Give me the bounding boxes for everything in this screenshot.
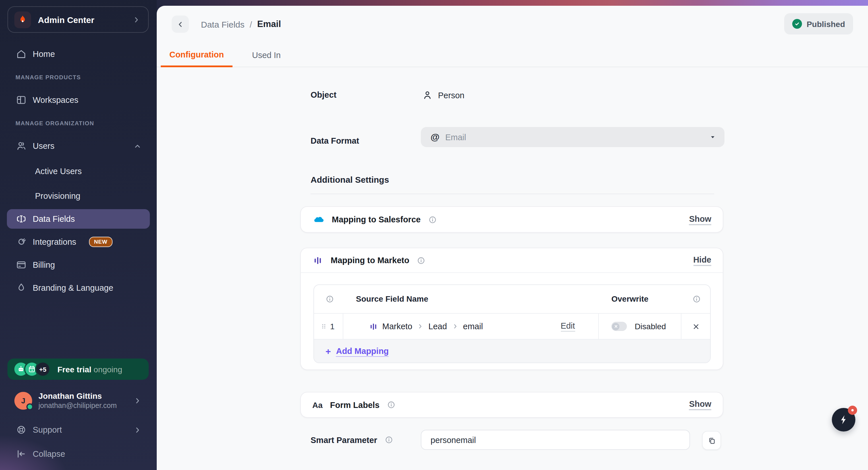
sidebar-item-label: Home [33, 50, 55, 59]
lifebuoy-icon [16, 424, 27, 436]
form-labels-panel: Aa Form Labels Show [300, 392, 723, 418]
status-badge: Published [784, 13, 853, 34]
marketo-icon [369, 321, 378, 331]
chevron-down-icon [709, 133, 716, 141]
free-trial-banner[interactable]: +5 Free trial ongoing [7, 358, 149, 380]
sidebar-item-branding-language[interactable]: Branding & Language [7, 277, 150, 298]
tab-configuration[interactable]: Configuration [161, 44, 232, 67]
sidebar-item-support[interactable]: Support [7, 419, 150, 440]
content-card: Data Fields / Email Published Configurat… [157, 6, 868, 470]
form-labels-title: Form Labels [330, 400, 379, 409]
smart-parameter-input[interactable] [421, 430, 690, 450]
path-field: email [463, 322, 483, 331]
breadcrumb-parent[interactable]: Data Fields [201, 19, 245, 29]
sidebar-item-label: Data Fields [33, 214, 75, 224]
sidebar-item-label: Support [33, 425, 62, 434]
copy-icon [707, 436, 716, 445]
smart-parameter-row: Smart Parameter [311, 435, 394, 445]
tab-bar: Configuration Used In [157, 44, 868, 67]
back-button[interactable] [172, 16, 189, 33]
mapping-table: Source Field Name Overwrite 1 Market [313, 285, 711, 363]
smart-parameter-label: Smart Parameter [311, 435, 377, 444]
info-icon[interactable] [325, 294, 335, 304]
salesforce-mapping-title: Mapping to Salesforce [332, 215, 421, 224]
info-icon[interactable] [386, 400, 396, 410]
workspaces-icon [16, 94, 27, 106]
chevron-up-icon [133, 142, 142, 150]
plus-icon: + [326, 347, 331, 357]
source-field-column-header: Source Field Name [356, 294, 428, 303]
notification-dot [851, 409, 854, 411]
new-badge: NEW [89, 237, 113, 247]
sidebar-collapse-button[interactable]: Collapse [7, 444, 150, 464]
sidebar-item-label: Integrations [33, 237, 76, 246]
sidebar-item-label: Provisioning [35, 191, 81, 201]
additional-settings-title: Additional Settings [311, 175, 389, 184]
chevron-right-icon [133, 425, 142, 434]
trial-status-text: Free trial ongoing [57, 364, 122, 374]
chevron-right-icon [133, 396, 142, 405]
user-account[interactable]: J Jonathan Gittins jonathan@chilipiper.c… [7, 388, 150, 413]
info-icon[interactable] [416, 255, 426, 265]
sidebar-item-label: Workspaces [33, 95, 79, 105]
page-title: Email [257, 19, 281, 29]
sidebar: Admin Center Home MANAGE PRODUCTS Worksp… [0, 0, 157, 470]
workspace-switcher[interactable]: Admin Center [7, 6, 149, 33]
home-icon [16, 48, 27, 60]
object-value: Person [422, 90, 464, 100]
marketo-hide-link[interactable]: Hide [693, 255, 711, 266]
data-format-select[interactable]: @ Email [421, 127, 724, 147]
collapse-icon [16, 448, 27, 460]
sidebar-item-label: Branding & Language [33, 283, 113, 292]
toggle-knob-x-icon [612, 323, 619, 330]
sidebar-item-integrations[interactable]: Integrations NEW [7, 232, 150, 252]
form-labels-aa-icon: Aa [312, 400, 322, 409]
sidebar-item-billing[interactable]: Billing [7, 255, 150, 275]
sidebar-item-data-fields[interactable]: Data Fields [7, 209, 150, 229]
app: Admin Center Home MANAGE PRODUCTS Worksp… [0, 0, 868, 470]
copy-button[interactable] [702, 431, 721, 450]
mapping-table-header: Source Field Name Overwrite [314, 285, 710, 314]
mapping-table-row: 1 Marketo Lead email Edit [314, 314, 710, 340]
add-mapping-button[interactable]: Add Mapping [336, 347, 389, 357]
tab-used-in[interactable]: Used In [250, 44, 283, 67]
salesforce-cloud-icon [312, 213, 324, 226]
sidebar-item-label: Active Users [35, 167, 82, 176]
mapping-table-footer: + Add Mapping [314, 340, 710, 363]
info-icon[interactable] [692, 294, 702, 304]
person-icon [422, 90, 433, 100]
overwrite-toggle[interactable] [611, 322, 627, 331]
users-icon [16, 140, 27, 152]
sidebar-item-provisioning[interactable]: Provisioning [7, 185, 150, 206]
object-value-text: Person [438, 90, 464, 100]
trial-title: Free trial [57, 364, 91, 374]
chevron-right-icon [132, 15, 141, 24]
chevron-right-icon [417, 323, 424, 330]
sidebar-item-label: Collapse [33, 449, 65, 459]
section-label-manage-products: MANAGE PRODUCTS [16, 74, 81, 81]
info-icon[interactable] [384, 435, 394, 445]
salesforce-mapping-panel: Mapping to Salesforce Show [300, 206, 723, 233]
breadcrumb-separator: / [250, 19, 252, 29]
sidebar-item-workspaces[interactable]: Workspaces [7, 90, 150, 110]
salesforce-show-link[interactable]: Show [689, 214, 711, 225]
overwrite-state-label: Disabled [634, 322, 666, 331]
status-badge-label: Published [807, 19, 845, 28]
workspace-label: Admin Center [38, 14, 94, 24]
marketo-icon [312, 255, 323, 266]
remove-mapping-icon[interactable] [691, 322, 700, 331]
chevron-right-icon [452, 323, 458, 330]
sidebar-item-home[interactable]: Home [7, 44, 150, 64]
droplet-icon [16, 282, 27, 294]
billing-icon [16, 259, 27, 271]
lightning-bolt-icon [838, 414, 849, 426]
form-labels-show-link[interactable]: Show [689, 399, 711, 410]
sidebar-item-active-users[interactable]: Active Users [7, 161, 150, 182]
data-format-label: Data Format [311, 136, 359, 145]
info-icon[interactable] [427, 215, 437, 224]
drag-handle-icon[interactable] [320, 322, 328, 330]
sidebar-item-users[interactable]: Users [7, 136, 150, 156]
marketo-mapping-title: Mapping to Marketo [331, 256, 409, 265]
breadcrumb: Data Fields / Email [201, 19, 281, 29]
edit-mapping-link[interactable]: Edit [561, 321, 575, 331]
